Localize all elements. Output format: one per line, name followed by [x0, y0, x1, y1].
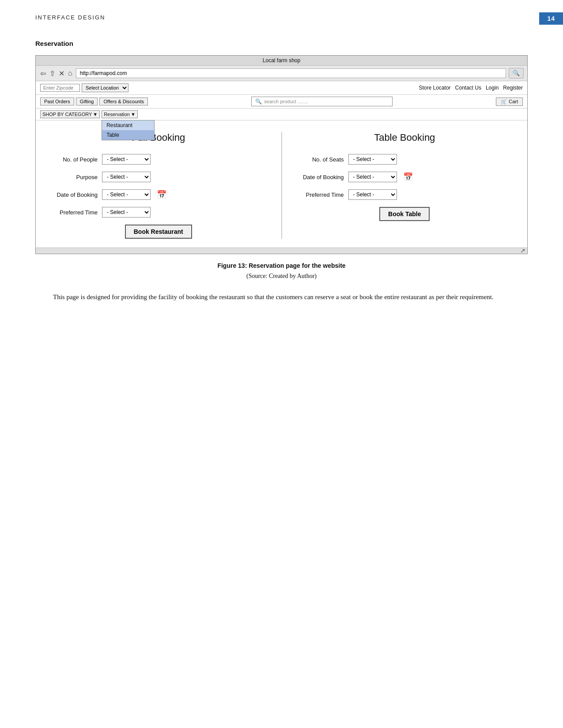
- select-location-dropdown[interactable]: Select Location: [82, 83, 128, 92]
- store-locator-link[interactable]: Store Locator: [419, 85, 451, 91]
- no-of-seats-row: No. of Seats - Select -: [295, 154, 514, 165]
- no-of-people-row: No. of People - Select -: [49, 154, 268, 165]
- no-of-people-select[interactable]: - Select -: [102, 154, 151, 165]
- shop-by-category-dropdown[interactable]: SHOP BY CATEGORY ▼: [40, 110, 100, 118]
- search-bar[interactable]: 🔍 search product ........: [251, 97, 393, 106]
- full-time-row: Preferred Time - Select -: [49, 207, 268, 218]
- table-date-label: Date of Booking: [295, 174, 344, 180]
- login-link[interactable]: Login: [486, 85, 499, 91]
- table-date-calendar-icon[interactable]: 📅: [403, 172, 413, 182]
- body-text: This page is designed for providing the …: [35, 291, 528, 303]
- table-time-label: Preferred Time: [295, 191, 344, 198]
- table-time-select[interactable]: - Select -: [348, 189, 397, 200]
- table-time-row: Preferred Time - Select -: [295, 189, 514, 200]
- contact-us-link[interactable]: Contact Us: [455, 85, 481, 91]
- site-mid-nav: Past Orders Gifting Offers & Discounts 🔍…: [36, 95, 527, 109]
- back-button[interactable]: ⇦: [39, 69, 47, 78]
- reservation-dropdown[interactable]: Reservation ▼: [102, 110, 138, 118]
- browser-search-icon[interactable]: 🔍: [509, 68, 524, 79]
- search-placeholder: search product ........: [264, 99, 308, 104]
- shop-by-category-label: SHOP BY CATEGORY: [42, 112, 92, 117]
- site-nav-right: Store Locator Contact Us Login Register: [419, 85, 523, 91]
- url-bar[interactable]: [76, 68, 506, 78]
- register-link[interactable]: Register: [503, 85, 523, 91]
- zip-input[interactable]: [40, 84, 80, 92]
- browser-mockup: Local farm shop ⇦ ⇧ ✕ ⌂ 🔍 Select Locatio…: [35, 55, 528, 254]
- site-nav-left: Select Location: [40, 83, 128, 92]
- table-date-row: Date of Booking - Select - 📅: [295, 172, 514, 182]
- book-restaurant-button[interactable]: Book Restaurant: [125, 225, 192, 239]
- purpose-label: Purpose: [49, 174, 98, 180]
- cart-button[interactable]: 🛒 Cart: [496, 98, 523, 106]
- site-top-nav: Select Location Store Locator Contact Us…: [36, 81, 527, 95]
- figure-source: (Source: Created by Author): [35, 273, 528, 280]
- browser-footer: ↗: [36, 248, 527, 254]
- restaurant-menu-item[interactable]: Restaurant: [102, 120, 154, 130]
- reservation-nav-item: Reservation ▼ Restaurant Table: [102, 110, 138, 118]
- full-date-label: Date of Booking: [49, 191, 98, 198]
- reservation-menu: Restaurant Table: [102, 120, 155, 140]
- book-table-button[interactable]: Book Table: [379, 207, 430, 221]
- no-of-seats-select[interactable]: - Select -: [348, 154, 397, 165]
- offers-button[interactable]: Offers & Discounts: [99, 98, 148, 105]
- no-of-seats-label: No. of Seats: [295, 156, 344, 163]
- page-header: INTERFACE DESIGN: [35, 14, 105, 21]
- forward-button[interactable]: ⇧: [49, 69, 56, 78]
- full-date-select[interactable]: - Select -: [102, 189, 151, 200]
- full-date-row: Date of Booking - Select - 📅: [49, 189, 268, 200]
- page-number: 14: [539, 12, 563, 25]
- section-title: Reservation: [35, 40, 528, 47]
- purpose-row: Purpose - Select -: [49, 172, 268, 182]
- home-button[interactable]: ⌂: [67, 69, 73, 77]
- browser-nav-icons: ⇦ ⇧ ✕ ⌂: [39, 69, 73, 78]
- full-booking-panel: Full Booking No. of People - Select - Pu…: [36, 128, 281, 243]
- purpose-select[interactable]: - Select -: [102, 172, 151, 182]
- table-booking-title: Table Booking: [295, 132, 514, 143]
- full-time-label: Preferred Time: [49, 209, 98, 216]
- search-icon: 🔍: [255, 98, 262, 105]
- scroll-icon: ↗: [520, 247, 525, 255]
- browser-title-bar: Local farm shop: [36, 56, 527, 66]
- reservation-label: Reservation: [104, 112, 130, 117]
- site-cat-nav: SHOP BY CATEGORY ▼ Reservation ▼ Restaur…: [36, 109, 527, 120]
- reservation-chevron: ▼: [131, 112, 136, 117]
- shop-by-category-chevron: ▼: [93, 112, 98, 117]
- browser-nav-bar: ⇦ ⇧ ✕ ⌂ 🔍: [36, 66, 527, 81]
- cart-label: Cart: [509, 99, 518, 104]
- full-booking-title: Full Booking: [49, 132, 268, 143]
- table-menu-item[interactable]: Table: [102, 130, 154, 140]
- table-booking-panel: Table Booking No. of Seats - Select - Da…: [282, 128, 528, 243]
- full-time-select[interactable]: - Select -: [102, 207, 151, 218]
- cart-icon: 🛒: [501, 99, 507, 105]
- gifting-button[interactable]: Gifting: [76, 98, 98, 105]
- past-orders-button[interactable]: Past Orders: [40, 98, 74, 105]
- close-button[interactable]: ✕: [58, 69, 65, 78]
- no-of-people-label: No. of People: [49, 156, 98, 163]
- figure-caption: Figure 13: Reservation page for the webs…: [35, 262, 528, 269]
- table-date-select[interactable]: - Select -: [348, 172, 397, 182]
- full-date-calendar-icon[interactable]: 📅: [157, 190, 166, 199]
- site-nav-mid-left: Past Orders Gifting Offers & Discounts: [40, 98, 148, 105]
